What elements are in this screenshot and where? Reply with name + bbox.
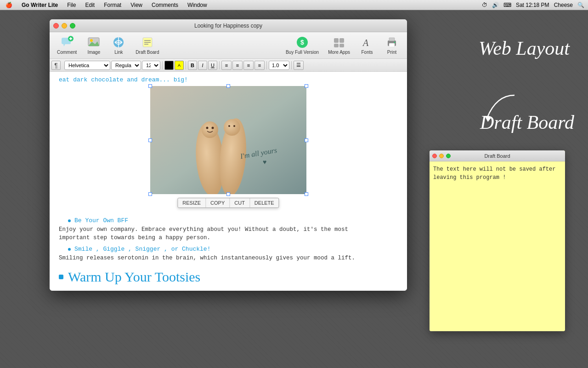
font-style-select[interactable]: Regular: [111, 61, 141, 70]
copy-menu-item[interactable]: COPY: [206, 198, 230, 207]
volume-icon[interactable]: 🔊: [492, 2, 499, 8]
svg-rect-21: [339, 44, 344, 47]
buy-full-button[interactable]: $ Buy Full Version: [282, 34, 322, 57]
link-button[interactable]: Link: [107, 34, 130, 57]
format-menu[interactable]: Format: [102, 2, 123, 8]
sel-handle-tm[interactable]: [226, 84, 230, 88]
toolbar: Comment Image: [50, 32, 407, 59]
print-icon: [385, 36, 398, 49]
format-sep-4: [266, 61, 267, 69]
svg-text:A: A: [362, 38, 369, 48]
sel-handle-bl[interactable]: [148, 192, 152, 196]
draft-board-icon: [141, 36, 154, 49]
bullet-text-2: Smile , Giggle , Snigger , or Chuckle!: [74, 246, 210, 253]
search-icon[interactable]: 🔍: [577, 2, 584, 8]
draft-close-button[interactable]: [432, 154, 437, 158]
draft-minimize-button[interactable]: [439, 154, 444, 158]
time-machine-icon[interactable]: ⏱: [482, 2, 487, 8]
format-sep-3: [219, 61, 220, 69]
keyboard-icon[interactable]: ⌨: [503, 2, 511, 8]
draft-title-bar: Draft Board: [430, 150, 565, 161]
close-button[interactable]: [53, 23, 59, 29]
comment-icon: [61, 36, 74, 49]
bold-button[interactable]: B: [188, 61, 197, 70]
font-family-select[interactable]: Helvetica: [64, 61, 110, 70]
heading-text: Warm Up Your Tootsies: [68, 269, 200, 285]
finger-image-svg: I'm all yours ♥: [150, 86, 306, 194]
line-spacing-select[interactable]: 1.0: [269, 61, 289, 70]
list-button[interactable]: ☰: [294, 61, 304, 70]
draft-board-content[interactable]: The text here will not be saved after le…: [430, 161, 565, 331]
buy-full-label: Buy Full Version: [286, 50, 319, 55]
bullet-item-2: Smile , Giggle , Snigger , or Chuckle!: [68, 246, 398, 253]
align-left-button[interactable]: ≡: [221, 61, 232, 70]
print-button[interactable]: Print: [380, 34, 403, 57]
window-menu[interactable]: Window: [186, 2, 209, 8]
finger-scene: I'm all yours ♥: [150, 86, 306, 194]
app-name-menu[interactable]: Go Writer Lite: [20, 2, 60, 8]
more-apps-button[interactable]: More Apps: [324, 34, 354, 57]
sel-handle-tr[interactable]: [305, 84, 308, 88]
body-text-1: Enjoy your own company. Embrace everythi…: [59, 226, 398, 242]
svg-rect-19: [339, 38, 344, 43]
intro-text: eat dark chocolate and dream... big!: [59, 76, 398, 83]
font-size-select[interactable]: 12: [142, 61, 160, 70]
bullet-item-1: Be Your Own BFF: [68, 217, 398, 224]
view-menu[interactable]: View: [129, 2, 144, 8]
clock-display: Sat 12:18 PM: [516, 2, 549, 8]
sel-handle-mr[interactable]: [305, 138, 308, 142]
text-color-button[interactable]: [164, 61, 174, 70]
svg-rect-24: [389, 38, 395, 41]
draft-board-button[interactable]: Draft Board: [132, 34, 163, 57]
highlight-button[interactable]: A: [175, 61, 184, 70]
image-icon: [87, 36, 100, 49]
align-justify-button[interactable]: ≡: [254, 61, 265, 70]
sel-handle-ml[interactable]: [148, 138, 152, 142]
fonts-button[interactable]: A Fonts: [356, 34, 379, 57]
apple-menu[interactable]: 🍎: [4, 2, 14, 8]
image-label: Image: [87, 50, 100, 55]
delete-menu-item[interactable]: DELETE: [250, 198, 279, 207]
svg-point-32: [206, 127, 209, 129]
italic-button[interactable]: I: [198, 61, 207, 70]
svg-rect-18: [334, 38, 339, 43]
bullet-dot-1: [68, 219, 71, 222]
doc-image[interactable]: I'm all yours ♥: [150, 86, 306, 194]
comment-button[interactable]: Comment: [53, 34, 80, 57]
cut-menu-item[interactable]: CUT: [230, 198, 250, 207]
heading-bullet: [59, 275, 63, 279]
file-menu[interactable]: File: [65, 2, 78, 8]
svg-rect-20: [334, 44, 339, 47]
underline-button[interactable]: U: [208, 61, 217, 70]
sel-handle-tl[interactable]: [148, 84, 152, 88]
svg-point-34: [228, 125, 230, 127]
bullet-text-1: Be Your Own BFF: [74, 217, 128, 224]
buy-full-icon: $: [296, 36, 309, 49]
format-bar: ¶ Helvetica Regular 12 A B I U ≡ ≡ ≡ ≡: [50, 59, 407, 72]
svg-point-31: [224, 119, 240, 136]
bullet-dot-2: [68, 248, 71, 251]
comments-menu[interactable]: Comments: [150, 2, 180, 8]
sel-handle-bm[interactable]: [226, 192, 230, 196]
minimize-button[interactable]: [62, 23, 67, 29]
format-sep-5: [291, 61, 292, 69]
maximize-button[interactable]: [70, 23, 75, 29]
comment-label: Comment: [57, 50, 77, 55]
svg-point-7: [90, 39, 93, 42]
align-center-button[interactable]: ≡: [232, 61, 243, 70]
menubar: 🍎 Go Writer Lite File Edit Format View C…: [0, 0, 588, 10]
format-sep-2: [186, 61, 186, 69]
sel-handle-br[interactable]: [305, 192, 308, 196]
svg-text:$: $: [300, 39, 304, 46]
paragraph-button[interactable]: ¶: [51, 61, 61, 70]
doc-content: eat dark chocolate and dream... big!: [50, 72, 407, 291]
svg-point-33: [212, 127, 214, 129]
align-right-button[interactable]: ≡: [243, 61, 254, 70]
svg-point-35: [233, 125, 235, 127]
svg-point-26: [394, 42, 396, 43]
image-button[interactable]: Image: [82, 34, 105, 57]
resize-menu-item[interactable]: RESIZE: [178, 198, 206, 207]
edit-menu[interactable]: Edit: [83, 2, 96, 8]
draft-maximize-button[interactable]: [446, 154, 451, 158]
window-title: Looking for Happiness copy: [194, 23, 262, 29]
